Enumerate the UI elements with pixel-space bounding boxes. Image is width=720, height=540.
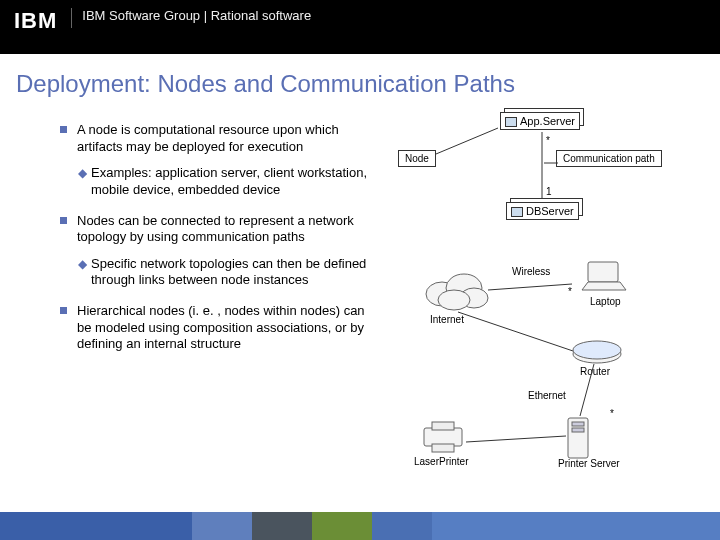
bullet-1: A node is computational resource upon wh… — [60, 122, 380, 155]
footer-seg — [192, 512, 252, 540]
bullet-3-text: Hierarchical nodes (i. e. , nodes within… — [77, 303, 380, 353]
header-bar: IBM IBM Software Group | Rational softwa… — [0, 0, 720, 54]
node-icon — [505, 117, 517, 127]
footer-seg — [372, 512, 432, 540]
printer-server-label: Printer Server — [558, 458, 620, 469]
content-area: A node is computational resource upon wh… — [0, 98, 720, 353]
node-class-label: Node — [405, 153, 429, 164]
footer-seg — [432, 512, 720, 540]
bullet-arrow-icon: ◆ — [78, 166, 87, 198]
ethernet-link — [576, 364, 606, 418]
wireless-link — [488, 280, 572, 296]
bullet-1a-text: Examples: application server, client wor… — [91, 165, 380, 198]
bullet-square-icon — [60, 126, 67, 133]
svg-rect-15 — [572, 422, 584, 426]
node-class-box: Node — [398, 150, 436, 167]
dbserver-node: DBServer — [506, 202, 579, 220]
svg-rect-20 — [432, 444, 454, 452]
svg-point-6 — [438, 290, 470, 310]
svg-rect-18 — [424, 428, 462, 446]
mult-star-3: * — [610, 408, 614, 419]
bullet-1-text: A node is computational resource upon wh… — [77, 122, 380, 155]
header-divider — [71, 8, 72, 28]
cloud-router-link — [458, 312, 578, 356]
bullet-2-text: Nodes can be connected to represent a ne… — [77, 213, 380, 246]
server-printer-link — [466, 434, 566, 446]
svg-rect-19 — [432, 422, 454, 430]
ethernet-label: Ethernet — [528, 390, 566, 401]
mult-star: * — [546, 135, 550, 146]
laser-printer-label: LaserPrinter — [414, 456, 468, 467]
ibm-logo: IBM — [14, 8, 57, 34]
node-arrow — [436, 128, 504, 158]
bullet-square-icon — [60, 307, 67, 314]
bullet-arrow-icon: ◆ — [78, 257, 87, 289]
mult-star-2: * — [568, 286, 572, 297]
wireless-label: Wireless — [512, 266, 550, 277]
commpath-arrow — [544, 160, 562, 166]
bullet-1-sub: ◆ Examples: application server, client w… — [78, 165, 380, 198]
diagram-column: App.Server * 1 DBServer Node Communicati… — [380, 108, 714, 353]
svg-rect-8 — [588, 262, 618, 282]
slide-title: Deployment: Nodes and Communication Path… — [0, 54, 720, 98]
laptop-icon — [580, 260, 630, 296]
svg-line-1 — [436, 128, 498, 154]
svg-marker-9 — [582, 282, 626, 290]
commpath-class-box: Communication path — [556, 150, 662, 167]
footer-bar — [0, 512, 720, 540]
svg-rect-16 — [572, 428, 584, 432]
ibm-logo-text: IBM — [14, 8, 57, 34]
mult-one: 1 — [546, 186, 552, 197]
svg-line-10 — [458, 312, 576, 352]
cloud-icon — [420, 268, 490, 312]
bullet-2: Nodes can be connected to represent a ne… — [60, 213, 380, 246]
bullet-2a-text: Specific network topologies can then be … — [91, 256, 380, 289]
router-icon — [570, 338, 624, 366]
svg-line-13 — [580, 364, 594, 416]
appserver-node: App.Server — [500, 112, 580, 130]
printer-icon — [420, 420, 466, 454]
laptop-label: Laptop — [590, 296, 621, 307]
commpath-label: Communication path — [563, 153, 655, 164]
svg-point-12 — [573, 341, 621, 359]
bullet-3: Hierarchical nodes (i. e. , nodes within… — [60, 303, 380, 353]
svg-line-17 — [466, 436, 566, 442]
dbserver-label: DBServer — [526, 205, 574, 217]
footer-seg — [0, 512, 192, 540]
header-title: IBM Software Group | Rational software — [82, 4, 311, 23]
footer-seg — [252, 512, 312, 540]
bullet-square-icon — [60, 217, 67, 224]
appserver-label: App.Server — [520, 115, 575, 127]
footer-seg — [312, 512, 372, 540]
connector-line — [540, 132, 544, 202]
bullet-2-sub: ◆ Specific network topologies can then b… — [78, 256, 380, 289]
svg-line-7 — [488, 284, 572, 290]
node-icon — [511, 207, 523, 217]
text-column: A node is computational resource upon wh… — [60, 108, 380, 353]
server-icon — [564, 416, 594, 460]
